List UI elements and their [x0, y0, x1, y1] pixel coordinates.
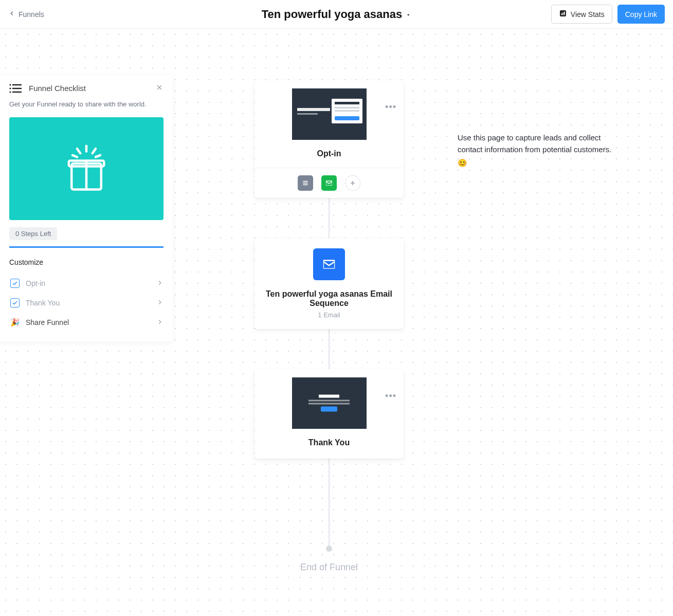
connector-line [329, 198, 330, 238]
confetti-icon: 🎉 [9, 317, 21, 328]
funnel-node-optin[interactable]: ••• Opt-in [254, 80, 404, 198]
view-stats-label: View Stats [571, 10, 605, 19]
checklist-item-thankyou[interactable]: Thank You [9, 293, 163, 313]
more-icon[interactable]: ••• [385, 391, 396, 402]
chevron-left-icon [8, 10, 15, 19]
optin-thumbnail [292, 88, 367, 140]
svg-rect-2 [562, 12, 563, 15]
checklist-item-optin[interactable]: Opt-in [9, 274, 163, 293]
add-action-button[interactable] [345, 175, 360, 191]
chevron-right-icon [156, 299, 163, 307]
node-actions [254, 168, 404, 198]
funnel-title: Ten powerful yoga asanas [262, 8, 402, 21]
more-icon[interactable]: ••• [385, 102, 396, 113]
view-stats-button[interactable]: View Stats [551, 5, 612, 24]
svg-point-6 [9, 87, 11, 89]
smile-emoji-icon: 😊 [458, 158, 467, 167]
connector-line [329, 459, 330, 549]
svg-point-8 [9, 91, 11, 93]
progress-track [9, 246, 163, 248]
checklist-panel: Funnel Checklist Get your Funnel ready t… [0, 75, 173, 341]
svg-line-18 [72, 155, 77, 157]
checklist-item-share[interactable]: 🎉 Share Funnel [9, 313, 163, 332]
copy-link-label: Copy Link [625, 10, 657, 19]
funnel-column: ••• Opt-in [252, 80, 406, 573]
mail-icon [313, 248, 345, 280]
annotation-text: Use this page to capture leads and colle… [458, 132, 612, 169]
steps-left-badge: 0 Steps Left [9, 227, 57, 240]
svg-rect-5 [12, 84, 22, 85]
checklist-item-label: Thank You [26, 299, 156, 307]
back-to-funnels[interactable]: Funnels [8, 10, 44, 19]
chevron-right-icon [156, 318, 163, 327]
checklist-subtitle: Get your Funnel ready to share with the … [9, 100, 163, 108]
svg-point-4 [9, 84, 11, 85]
node-title: Thank You [308, 438, 350, 447]
checklist-item-label: Share Funnel [26, 318, 156, 327]
funnel-node-thankyou[interactable]: ••• Thank You [254, 369, 404, 459]
funnel-end-dot [326, 546, 332, 552]
topbar-actions: View Stats Copy Link [551, 5, 665, 24]
funnel-node-email-sequence[interactable]: Ten powerful yoga asanas Email Sequence … [254, 238, 404, 329]
top-bar: Funnels Ten powerful yoga asanas View St… [0, 0, 673, 29]
checkbox-icon [9, 297, 21, 309]
funnel-canvas[interactable]: Funnel Checklist Get your Funnel ready t… [0, 29, 673, 616]
copy-link-button[interactable]: Copy Link [617, 5, 665, 24]
svg-line-19 [96, 155, 100, 157]
funnel-title-dropdown[interactable]: Ten powerful yoga asanas [262, 8, 411, 21]
svg-rect-7 [12, 87, 22, 88]
svg-line-17 [93, 149, 96, 153]
gift-illustration [9, 117, 163, 220]
connector-line [329, 329, 330, 369]
checklist-item-label: Opt-in [26, 279, 156, 287]
node-subtitle: 1 Email [318, 311, 340, 319]
stats-icon [559, 9, 567, 19]
form-action-button[interactable] [298, 175, 313, 191]
node-title: Ten powerful yoga asanas Email Sequence [264, 289, 394, 308]
progress-fill [9, 246, 163, 248]
back-label: Funnels [19, 10, 44, 19]
gift-icon [63, 140, 110, 198]
checkbox-icon [9, 278, 21, 289]
customize-label: Customize [9, 258, 163, 266]
checklist-header: Funnel Checklist [9, 83, 163, 93]
chevron-right-icon [156, 279, 163, 288]
svg-rect-1 [561, 13, 562, 15]
checklist-title: Funnel Checklist [29, 84, 155, 93]
funnel-end-label: End of Funnel [300, 562, 358, 573]
svg-rect-9 [12, 91, 22, 92]
svg-line-16 [77, 149, 80, 153]
thankyou-thumbnail [292, 377, 367, 429]
annotation-body: Use this page to capture leads and colle… [458, 133, 611, 154]
email-action-button[interactable] [321, 175, 337, 191]
caret-down-icon [405, 8, 411, 21]
node-title: Opt-in [317, 149, 341, 158]
close-icon[interactable] [155, 83, 163, 93]
svg-rect-3 [564, 12, 565, 15]
list-icon [9, 84, 22, 93]
